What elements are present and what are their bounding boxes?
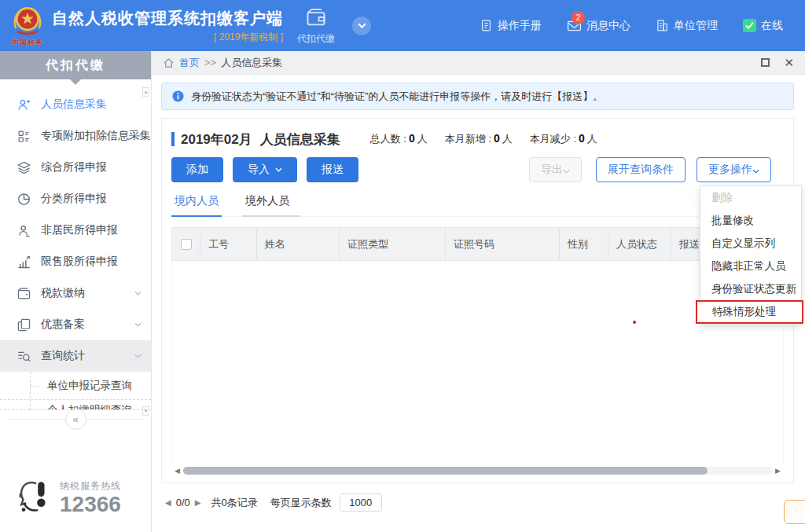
wallet-icon	[303, 6, 329, 28]
sidebar-item-restricted-shares[interactable]: 限售股所得申报	[0, 246, 151, 277]
stat-total: 总人数 :0人	[370, 132, 428, 146]
stat-label: 总人数 :	[370, 133, 406, 145]
export-button[interactable]: 导出	[529, 157, 582, 182]
add-button[interactable]: 添加	[171, 157, 223, 182]
cursor-mark	[633, 321, 636, 324]
column-header-status[interactable]: 人员状态	[608, 228, 671, 260]
sidebar-collapse-button[interactable]: «	[65, 409, 86, 430]
sidebar-item-label: 优惠备案	[41, 317, 85, 332]
sidebar-subitem-label: 单位申报记录查询	[47, 380, 132, 391]
tax-bureau-logo: 中国税务	[5, 4, 50, 48]
page-title: 人员信息采集	[260, 130, 340, 149]
nav-online-status[interactable]: 在线	[743, 19, 783, 33]
chevron-down-icon	[134, 354, 142, 358]
select-all-checkbox[interactable]	[181, 239, 192, 250]
column-header-id-type[interactable]: 证照类型	[340, 228, 446, 260]
nav-company-management[interactable]: 单位管理	[656, 19, 718, 33]
menu-item-hide-abnormal[interactable]: 隐藏非正常人员	[700, 255, 801, 277]
bar-chart-icon	[16, 254, 31, 270]
page-size-input[interactable]	[340, 493, 382, 512]
breadcrumb-current: 人员信息采集	[221, 56, 282, 70]
toolbar-right: 导出 展开查询条件 更多操作	[529, 157, 771, 182]
module-switcher[interactable]: 代扣代缴	[297, 6, 335, 46]
sidebar-item-tax-payment[interactable]: 税款缴纳	[0, 277, 151, 309]
sidebar-item-query-statistics[interactable]: 查询统计	[0, 340, 151, 372]
table-header: 工号 姓名 证照类型 证照号码 性别 人员状态 报送状态	[171, 227, 784, 261]
sidebar-submenu: 单位申报记录查询 个人扣缴明细查询	[0, 372, 151, 410]
hotline-block: 纳税服务热线 12366	[14, 477, 121, 518]
hotline-text: 纳税服务热线 12366	[60, 479, 121, 516]
scroll-left-arrow[interactable]: ◀	[171, 467, 183, 475]
column-header-work-id[interactable]: 工号	[200, 228, 257, 260]
module-dropdown-button[interactable]	[352, 17, 371, 35]
title-accent-bar	[171, 132, 175, 146]
scrollbar-thumb[interactable]	[183, 467, 708, 475]
sidebar-item-preferential-record[interactable]: 优惠备案	[0, 309, 151, 340]
add-button-label: 添加	[186, 163, 208, 177]
tab-domestic-personnel[interactable]: 境内人员	[171, 194, 222, 217]
menu-item-delete[interactable]: 删除	[700, 186, 801, 209]
sidebar-item-special-deduction[interactable]: 专项附加扣除信息采集	[0, 120, 151, 152]
sidebar-collapse-row: «	[0, 409, 151, 430]
menu-item-id-verification-update[interactable]: 身份验证状态更新	[700, 277, 801, 300]
submit-button[interactable]: 报送	[307, 157, 358, 182]
menu-item-customize-columns[interactable]: 自定义显示列	[700, 232, 801, 255]
app-window: 中国税务 自然人税收管理系统扣缴客户端 [ 2019年新税制 ] 代扣代缴 操作…	[0, 0, 805, 532]
stat-label: 本月新增 :	[445, 133, 491, 145]
more-actions-menu: 删除 批量修改 自定义显示列 隐藏非正常人员 身份验证状态更新 特殊情形处理	[700, 185, 802, 325]
stat-label: 本月减少 :	[530, 133, 576, 145]
page-size-label: 每页显示条数	[270, 496, 332, 510]
floating-side-button-partial[interactable]: ⋮	[784, 500, 805, 524]
hotline-headset-icon	[14, 477, 53, 518]
app-title-block: 自然人税收管理系统扣缴客户端 [ 2019年新税制 ]	[52, 8, 283, 44]
next-page-icon[interactable]: ▶	[193, 498, 204, 507]
breadcrumb-bar: 首页 >> 人员信息采集 ✕	[152, 51, 805, 75]
menu-item-special-case-handling[interactable]: 特殊情形处理	[696, 300, 803, 324]
hotline-label: 纳税服务热线	[60, 479, 121, 493]
app-title: 自然人税收管理系统扣缴客户端	[52, 8, 283, 29]
stat-value: 0	[494, 132, 500, 145]
documents-icon	[16, 317, 31, 332]
sidebar-item-comprehensive-income[interactable]: 综合所得申报	[0, 152, 151, 183]
nav-message-center[interactable]: 2 消息中心	[567, 19, 630, 33]
breadcrumb-home[interactable]: 首页	[179, 56, 200, 70]
more-actions-button[interactable]: 更多操作	[697, 157, 771, 182]
maximize-icon[interactable]	[761, 58, 770, 67]
sidebar-item-label: 非居民所得申报	[41, 223, 118, 237]
prev-page-icon[interactable]: ◀	[163, 498, 174, 507]
pagination-bar: ◀ 0/0 ▶ 共0条记录 每页显示条数	[161, 493, 794, 512]
info-icon	[171, 90, 185, 103]
module-label: 代扣代缴	[297, 32, 335, 46]
sidebar-item-personnel-info[interactable]: 人员信息采集	[0, 89, 151, 120]
column-header-gender[interactable]: 性别	[560, 228, 608, 260]
close-icon[interactable]: ✕	[784, 56, 794, 70]
panel-title-row: 2019年02月 人员信息采集 总人数 :0人 本月新增 :0人 本月减少 :0…	[171, 127, 784, 152]
sidebar-item-classified-income[interactable]: 分类所得申报	[0, 183, 151, 215]
expand-query-button[interactable]: 展开查询条件	[596, 157, 686, 182]
pie-chart-icon	[16, 191, 31, 207]
hotline-number: 12366	[60, 493, 121, 516]
import-button[interactable]: 导入	[233, 157, 297, 182]
column-header-name[interactable]: 姓名	[257, 228, 340, 260]
national-emblem-icon	[10, 4, 45, 37]
person-tabs: 境内人员 境外人员	[171, 194, 784, 217]
sidebar-subitem-unit-declaration-query[interactable]: 单位申报记录查询	[0, 372, 151, 400]
record-count: 共0条记录	[211, 496, 257, 510]
home-icon	[163, 57, 175, 68]
search-list-icon	[16, 348, 31, 364]
stat-unit: 人	[502, 133, 513, 145]
chevron-down-icon	[752, 163, 759, 176]
column-header-id-number[interactable]: 证照号码	[446, 228, 560, 260]
company-icon	[656, 19, 669, 32]
chevron-down-icon	[358, 23, 366, 28]
sidebar-item-label: 查询统计	[41, 349, 85, 363]
scrollbar-track[interactable]	[183, 467, 772, 475]
menu-item-batch-modify[interactable]: 批量修改	[700, 209, 801, 232]
page-info: 0/0	[176, 497, 190, 508]
sidebar-item-nonresident-income[interactable]: 非居民所得申报	[0, 215, 151, 246]
nav-manual[interactable]: 操作手册	[480, 19, 542, 33]
sidebar: 代扣代缴 ▲ 人员信息采集 专项附加扣除信息采集 综合所得申报	[0, 51, 152, 532]
scroll-right-arrow[interactable]: ▶	[772, 467, 784, 475]
tab-overseas-personnel[interactable]: 境外人员	[242, 194, 300, 217]
chevron-down-icon	[275, 167, 282, 172]
